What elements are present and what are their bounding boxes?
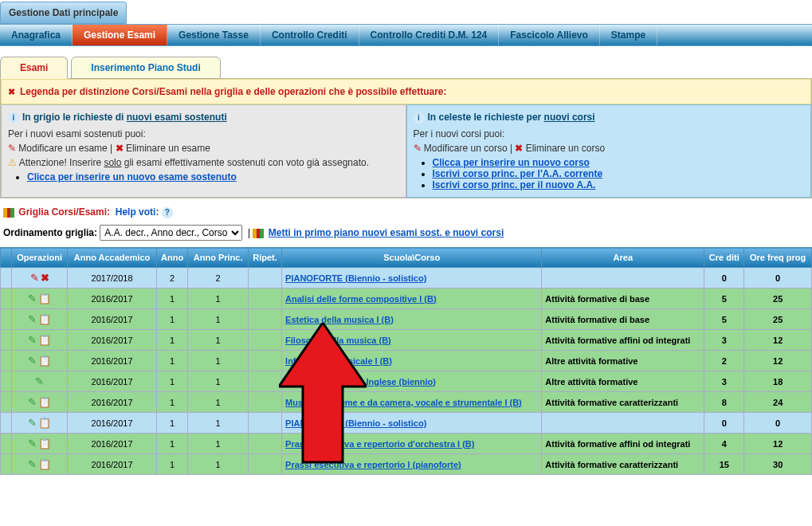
- cell-anno: 1: [156, 289, 188, 309]
- ord-select[interactable]: A.A. decr., Anno decr., Corso: [100, 225, 242, 241]
- course-link[interactable]: Prassi esecutiva e repertorio I (pianofo…: [285, 460, 461, 469]
- link-iscrivi-nuovo[interactable]: Iscrivi corso princ. per il nuovo A.A.: [433, 179, 596, 190]
- cell-annop: 1: [188, 330, 248, 351]
- blue-p1: Per i nuovi corsi puoi:: [414, 128, 805, 139]
- table-row: ✎✖2017/201822PIANOFORTE (Biennio - solis…: [1, 268, 812, 289]
- subtab-piano[interactable]: Inserimento Piano Studi: [71, 57, 220, 79]
- edit-icon[interactable]: ✎: [28, 313, 37, 325]
- note-icon[interactable]: 📋: [38, 396, 51, 408]
- table-row: ✎📋2016/201711PIANOFORTE (Biennio - solis…: [1, 413, 812, 434]
- modify-exam-text: Modificare un esame: [18, 143, 107, 154]
- tab-controllo-dm124[interactable]: Controllo Crediti D.M. 124: [359, 25, 500, 45]
- course-link[interactable]: Estetica della musica I (B): [285, 315, 394, 324]
- cell-ops: ✎📋: [12, 413, 68, 434]
- cell-aa: 2016/2017: [68, 413, 157, 434]
- course-link[interactable]: Analisi delle forme compositive I (B): [285, 294, 437, 304]
- course-link[interactable]: PIANOFORTE (Biennio - solistico): [285, 273, 426, 283]
- cell-aa: 2016/2017: [68, 351, 157, 371]
- note-icon[interactable]: 📋: [38, 334, 51, 346]
- cell-area: Attività formative affini od integrati: [542, 434, 704, 454]
- edit-icon[interactable]: ✎: [28, 396, 37, 408]
- link-primo-piano[interactable]: Metti in primo piano nuovi esami sost. e…: [269, 227, 504, 238]
- cell-anno: 1: [156, 309, 188, 330]
- cell-cre: 4: [704, 434, 744, 454]
- cell-rip: [248, 330, 281, 351]
- pencil-icon: ✎: [414, 143, 422, 154]
- blue-title-prefix: In celeste le richieste per: [428, 112, 544, 123]
- cell-annop: 1: [188, 371, 248, 392]
- cell-corso: Lingua straniera I - Inglese (biennio): [282, 371, 542, 392]
- subtab-esami[interactable]: Esami: [0, 57, 68, 79]
- cell-ore: 24: [744, 392, 812, 413]
- cell-area: Altre attività formative: [542, 351, 704, 371]
- note-icon[interactable]: 📋: [38, 313, 51, 325]
- course-link[interactable]: Prassi esecutiva e repertorio d'orchestr…: [285, 439, 474, 449]
- edit-icon[interactable]: ✎: [28, 458, 37, 470]
- course-link[interactable]: Informatica musicale I (B): [285, 356, 392, 366]
- delete-course-text: Eliminare un corso: [526, 143, 605, 154]
- th-anno: Anno: [156, 248, 188, 268]
- grey-p1: Per i nuovi esami sostenuti puoi:: [8, 128, 399, 139]
- window-title: Gestione Dati principale: [0, 2, 127, 24]
- edit-icon[interactable]: ✎: [28, 334, 37, 346]
- cell-anno: 1: [156, 454, 188, 475]
- table-row: ✎📋2016/201711Informatica musicale I (B)A…: [1, 351, 812, 371]
- th-aa: Anno Accademico: [68, 248, 157, 268]
- link-new-course[interactable]: Clicca per inserire un nuovo corso: [433, 157, 590, 168]
- tab-stampe[interactable]: Stampe: [600, 25, 657, 45]
- cell-corso: Prassi esecutiva e repertorio d'orchestr…: [282, 434, 542, 454]
- cell-corso: Informatica musicale I (B): [282, 351, 542, 371]
- course-link[interactable]: Filosofia della musica (B): [285, 336, 391, 345]
- info-icon: i: [8, 112, 19, 124]
- cell-anno: 1: [156, 371, 188, 392]
- course-link[interactable]: Musica d'insieme e da camera, vocale e s…: [285, 398, 522, 407]
- note-icon[interactable]: 📋: [38, 417, 51, 429]
- chart-icon: [3, 208, 14, 218]
- edit-icon[interactable]: ✎: [28, 355, 37, 367]
- sub-tabs: Esami Inserimento Piano Studi: [0, 56, 812, 78]
- tab-fascicolo[interactable]: Fascicolo Allievo: [499, 25, 600, 45]
- cell-aa: 2016/2017: [68, 392, 157, 413]
- cell-ore: 25: [744, 309, 812, 330]
- cell-ore: 12: [744, 330, 812, 351]
- cell-ore: 12: [744, 351, 812, 371]
- note-icon[interactable]: 📋: [38, 292, 51, 304]
- link-iscrivi-corrente[interactable]: Iscrivi corso princ. per l'A.A. corrente: [433, 168, 603, 179]
- cell-area: [542, 268, 704, 289]
- cell-annop: 1: [188, 351, 248, 371]
- table-row: ✎📋2016/201711Prassi esecutiva e repertor…: [1, 434, 812, 454]
- edit-icon[interactable]: ✎: [35, 375, 44, 387]
- cell-area: Altre attività formative: [542, 371, 704, 392]
- modify-course-text: Modificare un corso: [424, 143, 508, 154]
- edit-icon[interactable]: ✎: [28, 292, 37, 304]
- tab-gestione-tasse[interactable]: Gestione Tasse: [167, 25, 261, 45]
- info-icon: i: [414, 112, 425, 124]
- cell-aa: 2016/2017: [68, 371, 157, 392]
- cell-rip: [248, 351, 281, 371]
- note-icon[interactable]: 📋: [38, 355, 51, 367]
- help-icon[interactable]: ?: [162, 207, 173, 218]
- table-row: ✎📋2016/201711Musica d'insieme e da camer…: [1, 392, 812, 413]
- edit-icon[interactable]: ✎: [30, 272, 39, 284]
- cell-ops: ✎📋: [12, 330, 68, 351]
- cell-annop: 1: [188, 434, 248, 454]
- tab-anagrafica[interactable]: Anagrafica: [0, 25, 73, 45]
- link-new-exam[interactable]: Clicca per inserire un nuovo esame soste…: [27, 171, 237, 183]
- grey-title-prefix: In grigio le richieste di: [22, 112, 127, 123]
- tab-gestione-esami[interactable]: Gestione Esami: [73, 25, 167, 45]
- cell-rip: [248, 434, 281, 454]
- th-annop: Anno Princ.: [188, 248, 248, 268]
- tab-controllo-crediti[interactable]: Controllo Crediti: [261, 25, 359, 45]
- course-link[interactable]: Lingua straniera I - Inglese (biennio): [285, 377, 436, 387]
- cell-ops: ✎📋: [12, 434, 68, 454]
- note-icon[interactable]: 📋: [38, 438, 51, 449]
- edit-icon[interactable]: ✎: [28, 438, 37, 449]
- cell-cre: 5: [704, 289, 744, 309]
- course-link[interactable]: PIANOFORTE (Biennio - solistico): [285, 418, 426, 428]
- cell-corso: Musica d'insieme e da camera, vocale e s…: [282, 392, 542, 413]
- delete-icon[interactable]: ✖: [41, 272, 49, 284]
- note-icon[interactable]: 📋: [38, 458, 51, 470]
- edit-icon[interactable]: ✎: [28, 417, 37, 429]
- cell-corso: Analisi delle forme compositive I (B): [282, 289, 542, 309]
- blue-title-link: nuovi corsi: [544, 112, 595, 123]
